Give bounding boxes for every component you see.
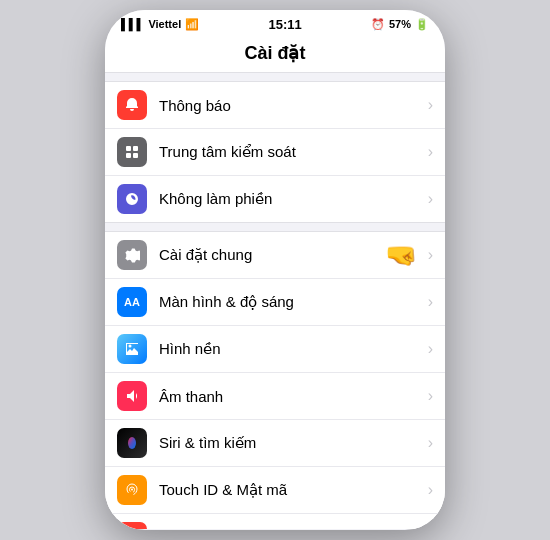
chevron-icon: › — [428, 96, 433, 114]
chevron-icon: › — [428, 143, 433, 161]
touchid-label: Touch ID & Mật mã — [159, 481, 428, 499]
settings-group-2: Cài đặt chung 🤜 › AA Màn hình & độ sáng … — [105, 231, 445, 529]
sidebar-item-notifications[interactable]: Thông báo › — [105, 82, 445, 129]
notifications-label: Thông báo — [159, 97, 428, 114]
carrier-label: Viettel — [148, 18, 181, 30]
do-not-disturb-icon — [117, 184, 147, 214]
sidebar-item-sounds[interactable]: Âm thanh › — [105, 373, 445, 420]
chevron-icon: › — [428, 434, 433, 452]
chevron-icon: › — [428, 387, 433, 405]
chevron-icon: › — [428, 190, 433, 208]
svg-point-5 — [129, 345, 132, 348]
sos-label: SOS khẩn cấp — [159, 528, 428, 529]
svg-rect-0 — [126, 146, 131, 151]
sidebar-item-do-not-disturb[interactable]: Không làm phiền › — [105, 176, 445, 222]
siri-label: Siri & tìm kiếm — [159, 434, 428, 452]
signal-icon: ▌▌▌ — [121, 18, 144, 30]
svg-point-7 — [131, 489, 133, 491]
status-time: 15:11 — [268, 17, 301, 32]
sidebar-item-general[interactable]: Cài đặt chung 🤜 › — [105, 232, 445, 279]
alarm-icon: ⏰ — [371, 18, 385, 31]
siri-icon — [117, 428, 147, 458]
sidebar-item-siri[interactable]: Siri & tìm kiếm › — [105, 420, 445, 467]
sounds-icon — [117, 381, 147, 411]
wallpaper-icon — [117, 334, 147, 364]
wifi-icon: 📶 — [185, 18, 199, 31]
svg-rect-3 — [133, 153, 138, 158]
sidebar-item-display[interactable]: AA Màn hình & độ sáng › — [105, 279, 445, 326]
battery-icon: 🔋 — [415, 18, 429, 31]
page-title: Cài đặt — [105, 38, 445, 73]
battery-label: 57% — [389, 18, 411, 30]
control-center-icon — [117, 137, 147, 167]
phone-frame: ▌▌▌ Viettel 📶 15:11 ⏰ 57% 🔋 Cài đặt Thôn… — [105, 10, 445, 530]
sidebar-item-touchid[interactable]: Touch ID & Mật mã › — [105, 467, 445, 514]
wallpaper-label: Hình nền — [159, 340, 428, 358]
settings-list: Thông báo › Trung tâm kiểm soát › — [105, 73, 445, 529]
display-icon: AA — [117, 287, 147, 317]
svg-rect-2 — [126, 153, 131, 158]
svg-point-6 — [128, 437, 136, 449]
touchid-icon — [117, 475, 147, 505]
control-center-label: Trung tâm kiểm soát — [159, 143, 428, 161]
display-label: Màn hình & độ sáng — [159, 293, 428, 311]
chevron-icon: › — [428, 246, 433, 264]
settings-group-1: Thông báo › Trung tâm kiểm soát › — [105, 81, 445, 223]
sos-icon: SOS — [117, 522, 147, 529]
notifications-icon — [117, 90, 147, 120]
sidebar-item-control-center[interactable]: Trung tâm kiểm soát › — [105, 129, 445, 176]
status-left: ▌▌▌ Viettel 📶 — [121, 18, 199, 31]
do-not-disturb-label: Không làm phiền — [159, 190, 428, 208]
sidebar-item-wallpaper[interactable]: Hình nền › — [105, 326, 445, 373]
chevron-icon: › — [428, 481, 433, 499]
sounds-label: Âm thanh — [159, 388, 428, 405]
general-icon — [117, 240, 147, 270]
status-right: ⏰ 57% 🔋 — [371, 18, 429, 31]
sidebar-item-sos[interactable]: SOS SOS khẩn cấp › — [105, 514, 445, 529]
svg-rect-1 — [133, 146, 138, 151]
chevron-icon: › — [428, 528, 433, 529]
chevron-icon: › — [428, 293, 433, 311]
chevron-icon: › — [428, 340, 433, 358]
hand-pointer-icon: 🤜 — [385, 240, 417, 271]
status-bar: ▌▌▌ Viettel 📶 15:11 ⏰ 57% 🔋 — [105, 10, 445, 38]
